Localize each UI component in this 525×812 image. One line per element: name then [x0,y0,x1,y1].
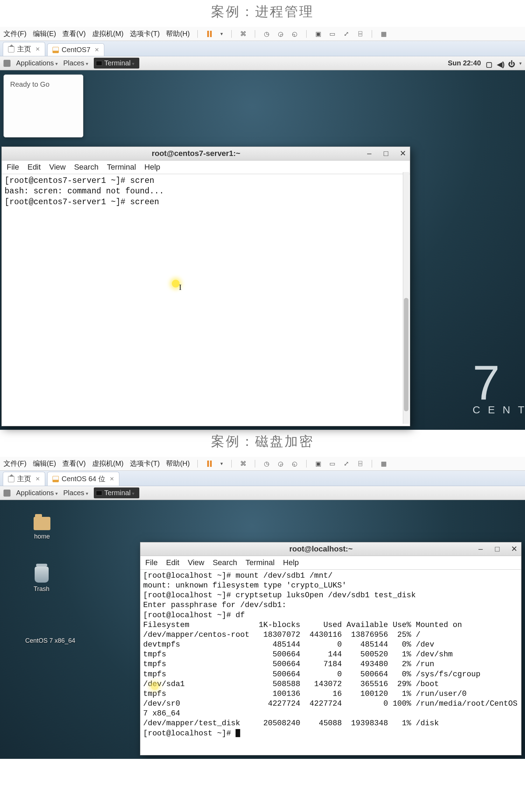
applications-menu[interactable]: Applications [16,59,58,67]
minimize-button[interactable]: – [366,149,373,158]
tab-centos64[interactable]: CentOS 64 位 ✕ [47,472,119,486]
cursor-highlight-icon [172,280,180,287]
stretch-icon[interactable]: ⤢ [342,30,350,37]
terminal-output-2[interactable]: [root@localhost ~]# mount /dev/sdb1 /mnt… [140,570,521,740]
power-icon[interactable]: ⏻ [508,60,514,66]
terminal-titlebar[interactable]: root@centos7-server1:~ – □ ✕ [2,147,410,161]
snapshot-icon[interactable]: ◷ [263,460,271,467]
guest-desktop-2[interactable]: home Trash CentOS 7 x86_64 root@localhos… [0,500,525,759]
unity-icon[interactable]: ▭ [328,460,336,467]
term-menu-help[interactable]: Help [283,558,299,567]
vm-icon [52,47,59,53]
gnome-top-bar-2: Applications Places Terminal [0,486,525,500]
tab-home[interactable]: 主页 ✕ [3,472,45,486]
menu-vm[interactable]: 虚拟机(M) [92,459,124,468]
snapshot-icon[interactable]: ◷ [263,30,271,37]
menu-file[interactable]: 文件(F) [4,459,27,468]
desktop-icon-trash[interactable]: Trash [34,567,49,593]
tab-home[interactable]: 主页 ✕ [3,42,45,56]
places-menu[interactable]: Places [63,489,88,497]
fullscreen-icon[interactable]: ▣ [314,460,322,467]
term-menu-terminal[interactable]: Terminal [245,558,274,567]
pause-icon[interactable] [205,460,213,467]
maximize-button[interactable]: □ [383,149,390,158]
tab-close-icon[interactable]: ✕ [34,46,40,52]
terminal-menubar: File Edit View Search Terminal Help [140,556,521,570]
terminal-taskbar-item[interactable]: Terminal [94,58,139,69]
activities-icon[interactable] [4,60,10,67]
home-icon [8,476,14,482]
menu-tabs[interactable]: 选项卡(T) [130,459,160,468]
terminal-scrollbar[interactable] [403,172,409,424]
menu-tabs[interactable]: 选项卡(T) [130,29,160,38]
term-menu-search[interactable]: Search [74,163,99,172]
fullscreen-icon[interactable]: ▣ [314,30,322,37]
tab-centos7[interactable]: CentOS7 ✕ [47,43,104,56]
library-icon[interactable]: ▦ [380,460,387,467]
desktop-icon-trash-label: Trash [34,585,49,593]
term-menu-terminal[interactable]: Terminal [107,163,136,172]
console-icon[interactable]: ⌸ [356,460,364,467]
term-menu-edit[interactable]: Edit [166,558,179,567]
desktop-icon-home[interactable]: home [34,517,50,540]
snapshot-revert-icon[interactable]: ◶ [277,460,285,467]
tab-home-label: 主页 [17,44,31,54]
guest-desktop-1[interactable]: Ready to Go 7 CENT root@centos7-server1:… [0,70,525,430]
term-menu-file[interactable]: File [7,163,19,172]
send-cad-icon[interactable]: ⌘ [239,460,247,467]
stretch-icon[interactable]: ⤢ [342,460,350,467]
close-button[interactable]: ✕ [399,149,406,158]
notification-popup[interactable]: Ready to Go [4,74,83,137]
toolbar-separator [372,30,372,38]
centos-brand-label: CENT [472,404,525,416]
system-menu-caret-icon[interactable]: ▾ [519,61,522,66]
terminal-window-2[interactable]: root@localhost:~ – □ ✕ File Edit View Se… [140,542,522,755]
places-menu[interactable]: Places [63,59,88,67]
menu-edit[interactable]: 编辑(E) [33,459,56,468]
terminal-titlebar[interactable]: root@localhost:~ – □ ✕ [140,542,521,556]
library-icon[interactable]: ▦ [380,30,387,37]
term-menu-view[interactable]: View [188,558,204,567]
tab-close-icon[interactable]: ✕ [93,47,99,53]
menu-view[interactable]: 查看(V) [62,29,86,38]
terminal-output-1[interactable]: [root@centos7-server1 ~]# scren bash: sc… [2,174,410,209]
send-cad-icon[interactable]: ⌘ [239,30,247,37]
menu-edit[interactable]: 编辑(E) [33,29,56,38]
desktop-icon-disc-label: CentOS 7 x86_64 [25,637,75,644]
tab-close-icon[interactable]: ✕ [34,476,40,482]
battery-icon[interactable]: ▢ [486,60,492,66]
menu-help[interactable]: 帮助(H) [166,29,190,38]
activities-icon[interactable] [4,490,10,497]
menu-help[interactable]: 帮助(H) [166,459,190,468]
maximize-button[interactable]: □ [494,544,501,554]
tab-close-icon[interactable]: ✕ [108,476,114,482]
snapshot-manage-icon[interactable]: ◵ [291,460,299,467]
term-menu-help[interactable]: Help [145,163,160,172]
minimize-button[interactable]: – [477,544,484,554]
snapshot-manage-icon[interactable]: ◵ [291,30,299,37]
unity-icon[interactable]: ▭ [328,30,336,37]
menu-view[interactable]: 查看(V) [62,459,86,468]
applications-menu[interactable]: Applications [16,489,58,497]
clock-label[interactable]: Sun 22:40 [448,59,481,67]
menu-file[interactable]: 文件(F) [4,29,27,38]
volume-icon[interactable]: ◀) [497,60,503,66]
tab-centos64-label: CentOS 64 位 [62,474,105,484]
terminal-window-1[interactable]: root@centos7-server1:~ – □ ✕ File Edit V… [1,147,410,426]
pause-dropdown-icon[interactable]: ▼ [219,461,224,466]
pause-icon[interactable] [205,30,213,37]
gnome-top-bar-1: Applications Places Terminal Sun 22:40 ▢… [0,56,525,70]
scrollbar-thumb[interactable] [404,298,408,411]
term-menu-search[interactable]: Search [213,558,237,567]
terminal-taskbar-item[interactable]: Terminal [94,487,139,498]
close-button[interactable]: ✕ [511,544,518,554]
pause-dropdown-icon[interactable]: ▼ [219,31,224,36]
term-menu-file[interactable]: File [145,558,158,567]
menu-vm[interactable]: 虚拟机(M) [92,29,124,38]
term-menu-edit[interactable]: Edit [27,163,41,172]
console-icon[interactable]: ⌸ [356,30,364,37]
section-disk-encryption: 案例：磁盘加密 文件(F) 编辑(E) 查看(V) 虚拟机(M) 选项卡(T) … [0,430,525,759]
term-menu-view[interactable]: View [49,163,65,172]
snapshot-revert-icon[interactable]: ◶ [277,30,285,37]
desktop-icon-disc[interactable]: CentOS 7 x86_64 [25,619,75,644]
